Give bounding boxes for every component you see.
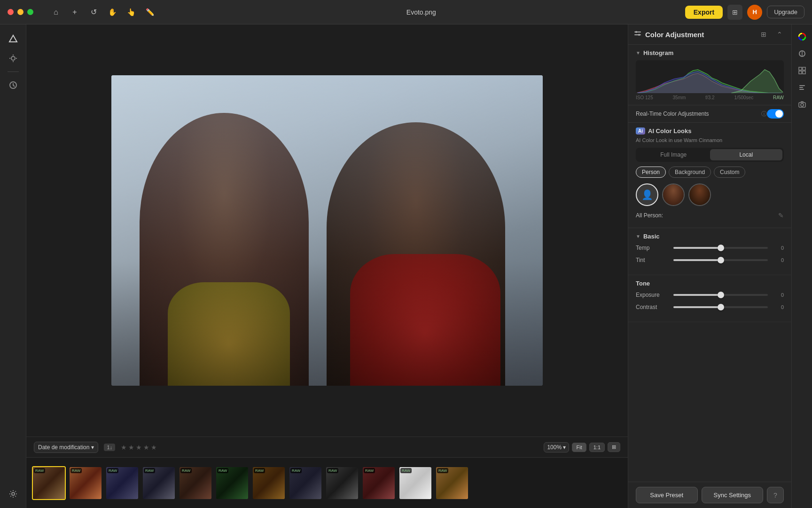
grid-icon-button[interactable] — [795, 63, 810, 78]
iso-value: ISO 125 — [636, 95, 653, 100]
zoom-controls: 100% ▾ Fit 1:1 ⊞ — [544, 442, 620, 452]
undo-button[interactable]: ↺ — [86, 5, 101, 20]
tab-local[interactable]: Local — [710, 149, 783, 160]
basic-section: ▼ Basic Temp 0 Tint — [628, 228, 791, 275]
info-icon[interactable]: ⓘ — [761, 110, 767, 118]
zoom-fit-button[interactable]: Fit — [572, 443, 586, 452]
avatar-all-persons[interactable]: 👤 — [636, 183, 658, 206]
filmstrip-thumb-4[interactable]: RAW — [142, 466, 176, 500]
filmstrip-thumb-10[interactable]: RAW — [362, 466, 396, 500]
tint-track[interactable] — [673, 259, 768, 261]
brush-tool-button[interactable]: ✏️ — [142, 5, 157, 20]
background-mask-button[interactable]: Background — [669, 167, 711, 178]
minimize-button[interactable] — [17, 9, 23, 15]
custom-mask-button[interactable]: Custom — [714, 167, 745, 178]
raw-badge-8: RAW — [290, 468, 302, 473]
photo-overlay — [111, 75, 543, 386]
camera-icon-button[interactable] — [795, 97, 810, 112]
export-button[interactable]: Export — [685, 6, 723, 19]
filmstrip-thumb-5[interactable]: RAW — [179, 466, 212, 500]
filmstrip-thumb-6[interactable]: RAW — [215, 466, 249, 500]
mask-buttons: Person Background Custom — [636, 167, 784, 178]
layout-button[interactable]: ⊞ — [727, 5, 742, 20]
home-button[interactable]: ⌂ — [48, 5, 63, 20]
filmstrip-thumb-11[interactable]: RAW — [398, 466, 432, 500]
histogram-header[interactable]: ▼ Histogram — [636, 49, 784, 56]
maximize-button[interactable] — [27, 9, 33, 15]
color-wheel-button[interactable] — [795, 29, 810, 44]
exposure-label: Exposure — [636, 292, 669, 298]
save-preset-button[interactable]: Save Preset — [636, 487, 698, 503]
raw-badge-7: RAW — [254, 468, 265, 473]
avatar-person-1[interactable] — [662, 183, 685, 206]
star-5[interactable]: ★ — [151, 444, 157, 451]
right-panel: Color Adjustment ⊞ ⌃ ▼ Histogram — [628, 24, 791, 508]
tint-value: 0 — [773, 257, 784, 263]
panel-header: Color Adjustment ⊞ ⌃ — [628, 24, 791, 45]
filmstrip-thumb-9[interactable]: RAW — [325, 466, 359, 500]
top-bar-right: Export ⊞ H Upgrade — [685, 5, 804, 20]
tab-full-image[interactable]: Full Image — [637, 149, 710, 160]
filmstrip-thumb-3[interactable]: RAW — [105, 466, 139, 500]
sidebar-item-settings[interactable] — [5, 485, 22, 502]
filmstrip-thumb-8[interactable]: RAW — [289, 466, 322, 500]
svg-point-11 — [638, 34, 640, 36]
grid-view-button[interactable]: ⊞ — [608, 442, 620, 452]
panel-content: ▼ Histogram ISO 12 — [628, 45, 791, 482]
svg-rect-16 — [803, 67, 805, 70]
title-bar: Evoto.png — [163, 8, 679, 16]
filmstrip-thumb-12[interactable]: RAW — [435, 466, 469, 500]
ai-looks-header: Ai AI Color Looks — [636, 127, 784, 135]
window-controls — [8, 9, 33, 15]
filmstrip-thumb-1[interactable]: RAW — [32, 466, 66, 500]
basic-title: Basic — [643, 233, 660, 240]
mask-icon-button[interactable] — [795, 46, 810, 61]
star-2[interactable]: ★ — [128, 444, 134, 451]
ai-badge: Ai — [636, 127, 645, 135]
avatar-person-2[interactable] — [688, 183, 711, 206]
canvas-container[interactable] — [26, 24, 628, 437]
sidebar-item-triangle[interactable] — [5, 30, 22, 47]
star-3[interactable]: ★ — [136, 444, 142, 451]
filmstrip-thumb-7[interactable]: RAW — [252, 466, 286, 500]
zoom-1to1-button[interactable]: 1:1 — [589, 443, 605, 452]
zoom-select[interactable]: 100% ▾ — [544, 442, 569, 452]
raw-badge-3: RAW — [107, 468, 118, 473]
tone-header[interactable]: Tone — [628, 275, 791, 292]
sync-settings-button[interactable]: Sync Settings — [702, 487, 764, 503]
count-badge: 1↓ — [104, 444, 115, 451]
star-4[interactable]: ★ — [143, 444, 149, 451]
close-button[interactable] — [8, 9, 14, 15]
toggle-knob — [775, 110, 783, 118]
realtime-toggle[interactable] — [767, 109, 784, 119]
tone-section: Tone Exposure 0 Contrast — [628, 275, 791, 322]
canvas-area: Date de modification ▾ 1↓ ★ ★ ★ ★ ★ 100%… — [26, 24, 628, 508]
top-bar: ⌂ + ↺ ✋ 👆 ✏️ Evoto.png Export ⊞ H Upgrad… — [0, 0, 812, 24]
basic-header[interactable]: ▼ Basic — [628, 228, 791, 245]
help-button[interactable]: ? — [767, 487, 784, 503]
photo-frame — [111, 75, 543, 386]
filmstrip-thumb-2[interactable]: RAW — [69, 466, 102, 500]
raw-badge-10: RAW — [364, 468, 375, 473]
panel-expand-button[interactable]: ⊞ — [757, 28, 770, 40]
panel-collapse-button[interactable]: ⌃ — [773, 28, 786, 40]
temp-track[interactable] — [673, 247, 768, 249]
edit-icon[interactable]: ✎ — [778, 212, 784, 219]
star-1[interactable]: ★ — [121, 444, 127, 451]
user-avatar-button[interactable]: H — [747, 5, 762, 20]
raw-badge-11: RAW — [400, 468, 412, 473]
exposure-track[interactable] — [673, 294, 768, 296]
star-rating[interactable]: ★ ★ ★ ★ ★ — [121, 444, 157, 451]
sidebar-item-sun[interactable] — [5, 50, 22, 67]
segment-tabs: Full Image Local — [636, 148, 784, 162]
panel-title: Color Adjustment — [645, 31, 754, 39]
select-tool-button[interactable]: 👆 — [124, 5, 139, 20]
upgrade-button[interactable]: Upgrade — [767, 6, 804, 18]
contrast-track[interactable] — [673, 306, 768, 308]
sidebar-item-history[interactable] — [5, 77, 22, 94]
add-button[interactable]: + — [67, 5, 82, 20]
hand-tool-button[interactable]: ✋ — [105, 5, 120, 20]
person-mask-button[interactable]: Person — [636, 167, 666, 178]
details-icon-button[interactable] — [795, 80, 810, 95]
sort-dropdown[interactable]: Date de modification ▾ — [34, 442, 98, 453]
